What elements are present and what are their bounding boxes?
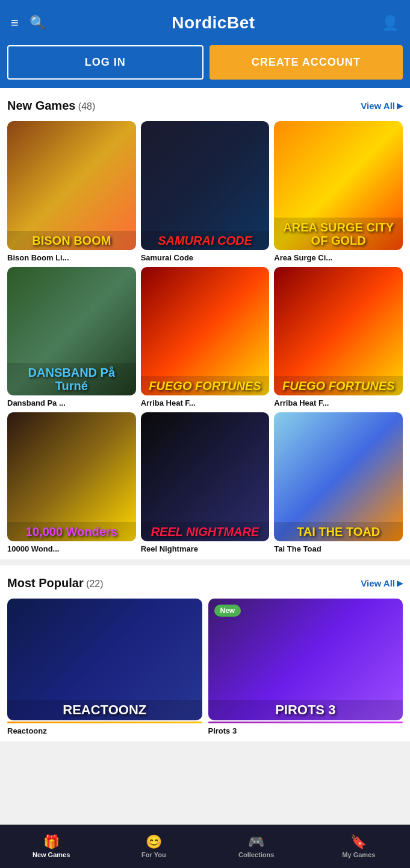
- nav-item-for-you[interactable]: 😊 For You: [102, 825, 205, 868]
- game-icon-text-samurai-code: SAMURAI CODE: [158, 234, 252, 247]
- popular-label-pirots3: PIROTS 3: [208, 700, 403, 720]
- most-popular-grid: REACTOONZ Reactoonz New PIROTS 3 Pirots …: [7, 599, 403, 735]
- game-item-fuego2[interactable]: FUEGO FORTUNES Arriba Heat F...: [274, 267, 403, 408]
- game-thumb-bison-boom: BISON BOOM: [7, 121, 136, 250]
- game-item-dansband[interactable]: DANSBAND På Turné Dansband Pa ...: [7, 267, 136, 408]
- game-thumb-fuego1: FUEGO FORTUNES: [141, 267, 270, 396]
- popular-icon-text-pirots3: PIROTS 3: [275, 703, 335, 717]
- menu-icon[interactable]: ≡: [11, 15, 19, 31]
- game-thumb-area-surge: AREA SURGE CITY OF GOLD: [274, 121, 403, 250]
- game-name-fuego2: Arriba Heat F...: [274, 398, 403, 407]
- game-label-bison-boom: BISON BOOM: [7, 231, 136, 250]
- game-label-tai-toad: TAI THE TOAD: [274, 522, 403, 541]
- game-name-bison-boom: Bison Boom Li...: [7, 253, 136, 262]
- game-item-reel-nightmare[interactable]: REEL NIGHTMARE Reel Nightmare: [141, 412, 270, 553]
- nav-icon-collections: 🎮: [248, 835, 264, 849]
- game-thumb-tai-toad: TAI THE TOAD: [274, 412, 403, 541]
- new-games-title-group: New Games (48): [7, 99, 95, 113]
- game-item-tai-toad[interactable]: TAI THE TOAD Tai The Toad: [274, 412, 403, 553]
- game-label-fuego1: FUEGO FORTUNES: [141, 376, 270, 395]
- search-icon[interactable]: 🔍: [30, 15, 46, 31]
- popular-thumb-reactoonz: REACTOONZ: [7, 599, 202, 720]
- most-popular-title-group: Most Popular (22): [7, 576, 104, 590]
- user-icon[interactable]: 👤: [381, 14, 399, 31]
- game-name-tai-toad: Tai The Toad: [274, 544, 403, 553]
- game-icon-text-tai-toad: TAI THE TOAD: [297, 525, 380, 538]
- most-popular-view-all[interactable]: View All ▶: [361, 578, 403, 588]
- nav-icon-new-games: 🎁: [43, 835, 60, 849]
- new-games-count: (48): [78, 101, 95, 112]
- most-popular-count: (22): [86, 579, 103, 589]
- new-games-title: New Games: [7, 99, 75, 112]
- game-icon-text-dansband: DANSBAND På Turné: [11, 366, 132, 392]
- login-button[interactable]: LOG IN: [7, 45, 203, 80]
- app-header: ≡ 🔍 NordicBet 👤: [0, 0, 410, 45]
- nav-item-my-games[interactable]: 🔖 My Games: [308, 825, 410, 868]
- game-icon-text-wonders: 10,000 Wonders: [26, 525, 117, 538]
- game-item-wonders[interactable]: 10,000 Wonders 10000 Wond...: [7, 412, 136, 553]
- game-name-samurai-code: Samurai Code: [141, 253, 270, 262]
- nav-icon-my-games: 🔖: [350, 835, 367, 849]
- popular-icon-text-reactoonz: REACTOONZ: [63, 703, 146, 717]
- game-item-bison-boom[interactable]: BISON BOOM Bison Boom Li...: [7, 121, 136, 262]
- game-icon-text-reel-nightmare: REEL NIGHTMARE: [151, 525, 259, 538]
- new-games-grid: BISON BOOM Bison Boom Li... SAMURAI CODE…: [7, 121, 403, 553]
- game-label-wonders: 10,000 Wonders: [7, 522, 136, 541]
- nav-item-new-games[interactable]: 🎁 New Games: [0, 825, 102, 868]
- game-item-area-surge[interactable]: AREA SURGE CITY OF GOLD Area Surge Ci...: [274, 121, 403, 262]
- header-right: 👤: [381, 14, 399, 31]
- nav-icon-for-you: 😊: [146, 835, 162, 849]
- popular-game-item-reactoonz[interactable]: REACTOONZ Reactoonz: [7, 599, 202, 735]
- game-thumb-wonders: 10,000 Wonders: [7, 412, 136, 541]
- game-label-fuego2: FUEGO FORTUNES: [274, 376, 403, 395]
- progress-bar-reactoonz: [7, 722, 202, 723]
- nav-label-for-you: For You: [141, 851, 166, 858]
- game-icon-text-area-surge: AREA SURGE CITY OF GOLD: [278, 221, 399, 247]
- view-all-arrow-popular: ▶: [397, 579, 403, 588]
- game-icon-text-bison-boom: BISON BOOM: [32, 234, 111, 247]
- new-games-section: New Games (48) View All ▶ BISON BOOM Bis…: [0, 88, 410, 559]
- most-popular-title: Most Popular: [7, 576, 84, 590]
- popular-label-reactoonz: REACTOONZ: [7, 700, 202, 720]
- progress-bar-pirots3: [208, 722, 403, 723]
- game-thumb-reel-nightmare: REEL NIGHTMARE: [141, 412, 270, 541]
- bottom-nav: 🎁 New Games 😊 For You 🎮 Collections 🔖 My…: [0, 825, 410, 868]
- nav-label-new-games: New Games: [33, 851, 70, 858]
- register-button[interactable]: CREATE ACCOUNT: [210, 45, 403, 80]
- popular-game-name-pirots3: Pirots 3: [208, 726, 403, 735]
- most-popular-header: Most Popular (22) View All ▶: [7, 576, 403, 590]
- new-badge-pirots3: New: [214, 605, 241, 617]
- popular-game-item-pirots3[interactable]: New PIROTS 3 Pirots 3: [208, 599, 403, 735]
- popular-game-name-reactoonz: Reactoonz: [7, 726, 202, 735]
- game-label-dansband: DANSBAND På Turné: [7, 363, 136, 395]
- header-logo: NordicBet: [172, 13, 255, 33]
- game-thumb-dansband: DANSBAND På Turné: [7, 267, 136, 396]
- view-all-arrow: ▶: [397, 101, 403, 110]
- nav-item-collections[interactable]: 🎮 Collections: [205, 825, 308, 868]
- game-icon-text-fuego1: FUEGO FORTUNES: [149, 379, 261, 392]
- game-label-samurai-code: SAMURAI CODE: [141, 231, 270, 250]
- game-icon-text-fuego2: FUEGO FORTUNES: [282, 379, 394, 392]
- game-thumb-fuego2: FUEGO FORTUNES: [274, 267, 403, 396]
- popular-thumb-pirots3: New PIROTS 3: [208, 599, 403, 720]
- game-name-dansband: Dansband Pa ...: [7, 398, 136, 407]
- game-name-fuego1: Arriba Heat F...: [141, 398, 270, 407]
- game-name-area-surge: Area Surge Ci...: [274, 253, 403, 262]
- nav-label-collections: Collections: [238, 851, 274, 858]
- most-popular-section: Most Popular (22) View All ▶ REACTOONZ R…: [0, 565, 410, 741]
- game-thumb-samurai-code: SAMURAI CODE: [141, 121, 270, 250]
- nav-label-my-games: My Games: [342, 851, 375, 858]
- game-label-area-surge: AREA SURGE CITY OF GOLD: [274, 218, 403, 250]
- new-games-header: New Games (48) View All ▶: [7, 99, 403, 113]
- new-games-view-all[interactable]: View All ▶: [361, 101, 403, 111]
- game-name-wonders: 10000 Wond...: [7, 544, 136, 553]
- game-item-fuego1[interactable]: FUEGO FORTUNES Arriba Heat F...: [141, 267, 270, 408]
- header-left: ≡ 🔍: [11, 15, 46, 31]
- game-item-samurai-code[interactable]: SAMURAI CODE Samurai Code: [141, 121, 270, 262]
- game-name-reel-nightmare: Reel Nightmare: [141, 544, 270, 553]
- game-label-reel-nightmare: REEL NIGHTMARE: [141, 522, 270, 541]
- action-bar: LOG IN CREATE ACCOUNT: [0, 45, 410, 88]
